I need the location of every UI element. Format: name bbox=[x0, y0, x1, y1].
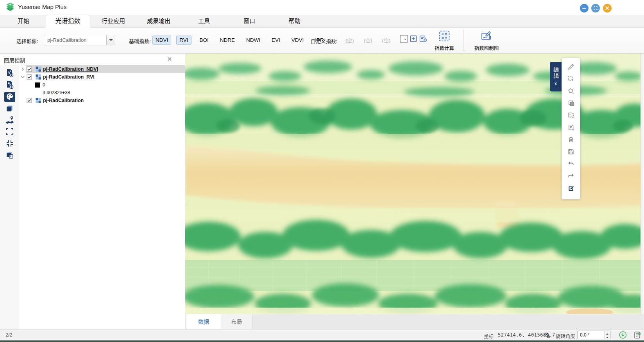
image-select-dropdown[interactable]: pj-RadCalibration bbox=[44, 35, 115, 45]
map-view[interactable]: 编辑 x bbox=[185, 54, 644, 314]
panel-close-icon[interactable] bbox=[166, 56, 173, 63]
full-extent-icon[interactable] bbox=[4, 127, 15, 137]
layer-stack-icon[interactable] bbox=[4, 104, 15, 114]
layer-checkbox[interactable] bbox=[27, 66, 32, 72]
maximize-button[interactable] bbox=[591, 4, 600, 13]
layer-name[interactable]: pj-RadCalibration_RVI bbox=[43, 74, 95, 80]
legend-item-max: 3.40282e+38 bbox=[19, 89, 185, 97]
download-icon[interactable] bbox=[619, 331, 627, 340]
symbology-palette-icon[interactable] bbox=[4, 92, 15, 102]
edit-toolbar bbox=[562, 58, 580, 199]
layer-panel-title: 图层控制 bbox=[4, 56, 25, 64]
menu-tab-industry-apps[interactable]: 行业应用 bbox=[98, 15, 129, 27]
index-chip-ndwi[interactable]: NDWI bbox=[243, 36, 263, 45]
legend-value: 0 bbox=[43, 82, 45, 88]
select-features-icon[interactable] bbox=[564, 73, 578, 85]
page-indicator: 2/2 bbox=[5, 332, 12, 338]
paste-feature-icon[interactable] bbox=[564, 109, 578, 121]
legend-item-min: 0 bbox=[19, 81, 185, 89]
edit-tab-label: 编辑 bbox=[553, 67, 559, 79]
menu-tab-window[interactable]: 窗口 bbox=[237, 15, 262, 27]
menubar: 开始 光谱指数 行业应用 成果输出 工具 窗口 帮助 bbox=[0, 15, 644, 27]
index-chip-ndre[interactable]: NDRE bbox=[217, 36, 238, 45]
layer-tree: pj-RadCalibration_NDVI pj-RadCalibration… bbox=[19, 65, 185, 329]
expander-expanded-icon[interactable] bbox=[19, 73, 26, 81]
index-calc-button[interactable]: 指数计算 bbox=[432, 30, 456, 52]
index-chip-rvi[interactable]: RVI bbox=[176, 36, 191, 45]
view-tab-data[interactable]: 数据 bbox=[186, 314, 221, 329]
copy-feature-icon[interactable] bbox=[564, 97, 578, 109]
index-chip-evi[interactable]: EVI bbox=[268, 36, 283, 45]
expander-collapsed-icon[interactable] bbox=[19, 65, 26, 73]
menu-tab-start[interactable]: 开始 bbox=[11, 15, 36, 27]
coordinate-label: 坐标 bbox=[484, 332, 494, 340]
menu-tab-output[interactable]: 成果输出 bbox=[143, 15, 174, 27]
edit-toolbar-tab[interactable]: 编辑 x bbox=[550, 62, 562, 91]
menu-tab-help[interactable]: 帮助 bbox=[282, 15, 307, 27]
menu-tab-tools[interactable]: 工具 bbox=[191, 15, 216, 27]
locate-feature-icon[interactable] bbox=[4, 115, 15, 125]
gps-disabled-icon[interactable] bbox=[543, 331, 551, 340]
index-plot-button[interactable]: 指数图制图 bbox=[471, 30, 502, 52]
statusbar: 2/2 坐标 527414.6, 4015689.7 旋转角度 0.0 ° bbox=[0, 329, 644, 340]
app-window: Yusense Map Plus 开始 光谱指数 行业应用 成果输出 工具 窗口… bbox=[0, 0, 644, 342]
index-plot-label: 指数图制图 bbox=[474, 44, 499, 52]
create-feature-icon[interactable] bbox=[564, 85, 578, 97]
custom-index-combo[interactable] bbox=[400, 35, 408, 43]
index-chip-vdvi[interactable]: VDVI bbox=[288, 36, 307, 45]
raster-layer-icon bbox=[36, 98, 41, 103]
layer-name[interactable]: pj-RadCalibration_NDVI bbox=[43, 66, 98, 72]
task-log-icon[interactable] bbox=[633, 331, 642, 340]
manage-custom-index-icon[interactable] bbox=[419, 35, 428, 44]
edit-pencil-icon[interactable] bbox=[564, 61, 578, 73]
layer-name[interactable]: pj-RadCalibration bbox=[43, 98, 84, 103]
custom-index-label: 自定义指数: bbox=[311, 37, 338, 45]
attribute-edit-icon[interactable] bbox=[564, 182, 578, 194]
layer-checkbox[interactable] bbox=[27, 74, 32, 80]
custom-slot-2[interactable]: (空) bbox=[364, 36, 372, 44]
app-logo-icon bbox=[4, 2, 16, 15]
undo-icon[interactable] bbox=[564, 158, 578, 170]
index-chip-ndvi[interactable]: NDVI bbox=[152, 36, 171, 45]
rotation-spinner[interactable]: 0.0 ° bbox=[578, 331, 610, 339]
legend-value: 3.40282e+38 bbox=[43, 90, 70, 95]
save-edits-icon[interactable] bbox=[564, 145, 578, 158]
zoom-to-selection-icon[interactable] bbox=[4, 139, 15, 149]
redo-icon[interactable] bbox=[564, 170, 578, 182]
remove-selected-icon[interactable] bbox=[564, 121, 578, 133]
custom-slot-3[interactable]: (空) bbox=[382, 36, 390, 44]
edit-tab-close[interactable]: x bbox=[555, 81, 557, 86]
close-button[interactable] bbox=[603, 4, 612, 13]
layer-row-radcalibration[interactable]: pj-RadCalibration bbox=[19, 97, 185, 104]
chevron-down-icon bbox=[106, 35, 115, 45]
ribbon: 选择影像: pj-RadCalibration 基础指数: NDVI RVI B… bbox=[0, 27, 644, 54]
view-tab-layout[interactable]: 布局 bbox=[221, 314, 253, 329]
calculator-icon bbox=[438, 30, 450, 43]
layer-toolbar bbox=[0, 65, 19, 329]
remove-layers-icon[interactable] bbox=[4, 150, 15, 161]
layer-checkbox[interactable] bbox=[27, 98, 32, 103]
custom-slot-1[interactable]: (空) bbox=[345, 36, 354, 44]
add-custom-index-icon[interactable] bbox=[410, 35, 417, 44]
select-image-label: 选择影像: bbox=[16, 37, 38, 45]
image-select-value: pj-RadCalibration bbox=[47, 37, 86, 43]
map-scrollbar[interactable] bbox=[640, 54, 644, 314]
layer-panel-header: 图层控制 bbox=[0, 54, 185, 65]
index-chip-boi[interactable]: BOI bbox=[197, 36, 212, 45]
add-vector-layer-icon[interactable] bbox=[4, 68, 15, 79]
layer-row-ndvi[interactable]: pj-RadCalibration_NDVI bbox=[19, 65, 185, 73]
add-raster-layer-icon[interactable] bbox=[4, 80, 15, 90]
raster-layer-icon bbox=[36, 66, 41, 72]
base-index-chips: NDVI RVI BOI NDRE NDWI EVI VDVI IPR bbox=[152, 35, 327, 45]
layer-panel: 图层控制 bbox=[0, 54, 185, 329]
delete-feature-icon[interactable] bbox=[564, 133, 578, 145]
raster-layer-icon bbox=[36, 74, 41, 80]
legend-swatch-black bbox=[35, 82, 40, 88]
spinner-up-icon[interactable] bbox=[605, 331, 610, 335]
map-column: 编辑 x bbox=[185, 54, 644, 329]
titlebar: Yusense Map Plus bbox=[0, 0, 644, 15]
spinner-down-icon[interactable] bbox=[605, 335, 610, 339]
menu-tab-spectral-index[interactable]: 光谱指数 bbox=[46, 15, 90, 28]
layer-row-rvi[interactable]: pj-RadCalibration_RVI bbox=[19, 73, 185, 81]
minimize-button[interactable] bbox=[580, 4, 589, 13]
